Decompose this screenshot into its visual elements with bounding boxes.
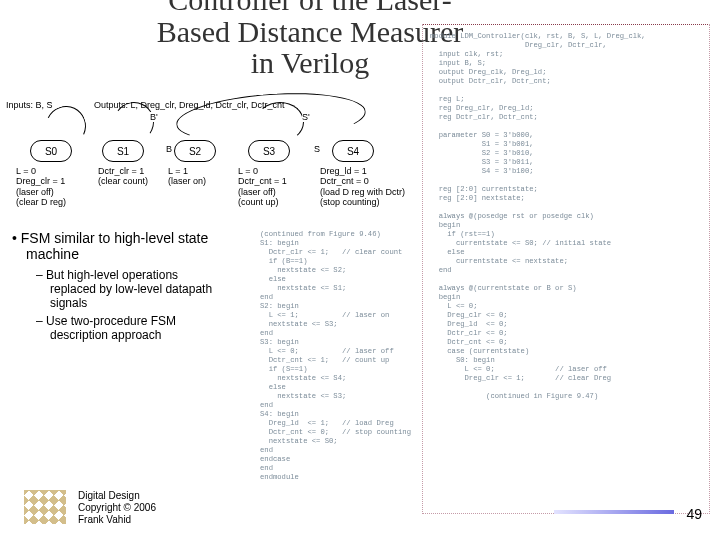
footer-logo: [24, 490, 66, 524]
footer-line1: Digital Design: [78, 490, 156, 502]
arc-label-bprime: B': [150, 112, 158, 122]
state-s1: S1: [102, 140, 144, 162]
footer-line3: Frank Vahid: [78, 514, 156, 526]
fsm-diagram: B' B S' S S0 S1 S2 S3 S4 L = 0 Dreg_clr …: [16, 130, 416, 230]
bullet-l1: FSM similar to high-level state machine: [12, 230, 220, 262]
page-number: 49: [686, 506, 702, 522]
state-desc-s0: L = 0 Dreg_clr = 1 (laser off) (clear D …: [16, 166, 66, 207]
state-s2: S2: [174, 140, 216, 162]
state-s4: S4: [332, 140, 374, 162]
bullet-list: FSM similar to high-level state machine …: [12, 230, 220, 346]
state-s0-label: S0: [45, 146, 57, 157]
footer-credit: Digital Design Copyright © 2006 Frank Va…: [78, 490, 156, 526]
page-accent-bar: [554, 510, 674, 514]
arc-label-sprime: S': [302, 112, 310, 122]
inputs-label: Inputs: B, S: [6, 100, 53, 110]
state-desc-s2: L = 1 (laser on): [168, 166, 206, 187]
state-s2-label: S2: [189, 146, 201, 157]
arc-label-b: B: [166, 144, 172, 154]
state-s3-label: S3: [263, 146, 275, 157]
title-line2: Based Distance Measurer: [157, 15, 464, 48]
arc-label-s: S: [314, 144, 320, 154]
state-desc-s4: Dreg_ld = 1 Dctr_cnt = 0 (load D reg wit…: [320, 166, 405, 207]
state-s3: S3: [248, 140, 290, 162]
state-s4-label: S4: [347, 146, 359, 157]
verilog-code-right: module LDM_Controller(clk, rst, B, S, L,…: [430, 32, 704, 401]
state-desc-s3: L = 0 Dctr_cnt = 1 (laser off) (count up…: [238, 166, 287, 207]
title-line3: in Verilog: [251, 46, 370, 79]
bullet-l2b: Use two-procedure FSM description approa…: [36, 314, 220, 342]
state-s0: S0: [30, 140, 72, 162]
verilog-code-left: (continued from Figure 9.46) S1: begin D…: [260, 230, 430, 482]
footer-line2: Copyright © 2006: [78, 502, 156, 514]
state-desc-s1: Dctr_clr = 1 (clear count): [98, 166, 148, 187]
state-s1-label: S1: [117, 146, 129, 157]
bullet-l2a: But high-level operations replaced by lo…: [36, 268, 220, 310]
